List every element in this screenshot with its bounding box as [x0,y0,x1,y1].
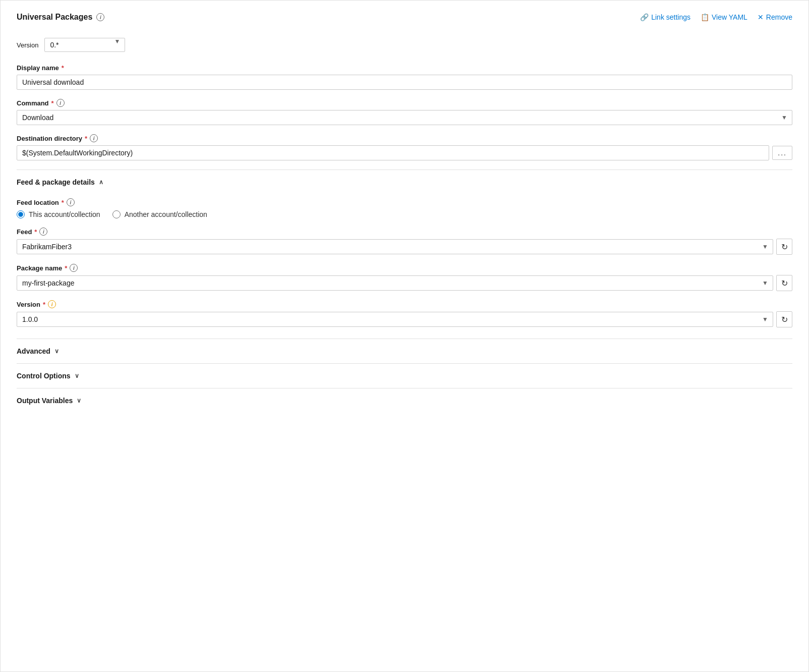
command-info-icon[interactable]: i [56,99,65,107]
command-field-group: Command * i Download Publish ▼ [17,99,792,125]
header-actions: 🔗 Link settings 📋 View YAML ✕ Remove [640,13,792,21]
output-variables-header[interactable]: Output Variables ∨ [17,388,792,413]
display-name-field-group: Display name * [17,64,792,90]
destination-directory-field-group: Destination directory * i ... [17,134,792,160]
version-select-row: 1.0.0 ▼ ↻ [17,311,792,327]
feed-select-row: FabrikamFiber3 ▼ ↻ [17,239,792,255]
yaml-icon: 📋 [701,13,709,21]
feed-refresh-button[interactable]: ↻ [776,239,792,255]
version-top-label: Version [17,41,38,49]
advanced-section: Advanced ∨ [17,339,792,363]
destination-directory-input[interactable] [17,145,769,160]
package-name-select-row: my-first-package ▼ ↻ [17,275,792,291]
package-name-required: * [65,264,67,272]
command-select[interactable]: Download Publish [17,110,792,125]
feed-location-info-icon[interactable]: i [67,198,75,206]
link-settings-button[interactable]: 🔗 Link settings [640,13,690,21]
feed-required: * [34,228,37,236]
feed-package-details-chevron-icon: ∧ [99,179,103,186]
feed-location-another-radio[interactable] [112,210,121,218]
feed-location-this-account[interactable]: This account/collection [17,210,100,218]
universal-packages-panel: Universal Packages i 🔗 Link settings 📋 V… [0,0,809,672]
feed-location-field-group: Feed location * i This account/collectio… [17,198,792,218]
feed-package-details-content: Feed location * i This account/collectio… [17,194,792,339]
title-info-icon[interactable]: i [96,13,104,21]
command-required: * [51,99,54,107]
feed-location-radio-group: This account/collection Another account/… [17,210,792,218]
panel-title-area: Universal Packages i [17,13,104,22]
version-select[interactable]: 0.* 1.* 2.* Latest [44,38,125,52]
destination-required: * [85,135,87,142]
version-field-group: Version 0.* 1.* 2.* Latest ▼ [17,38,792,52]
feed-package-details-section: Feed & package details ∧ Feed location *… [17,170,792,339]
destination-directory-label: Destination directory * i [17,134,792,142]
command-select-wrapper: Download Publish ▼ [17,110,792,125]
feed-select[interactable]: FabrikamFiber3 [17,239,773,254]
display-name-input[interactable] [17,75,792,90]
advanced-chevron-icon: ∨ [54,348,59,355]
version-inner-label: Version * i [17,300,792,308]
version-refresh-button[interactable]: ↻ [776,311,792,327]
version-inner-required: * [43,301,45,308]
output-variables-chevron-icon: ∨ [77,397,81,404]
package-name-field-group: Package name * i my-first-package ▼ ↻ [17,264,792,291]
command-label: Command * i [17,99,792,107]
package-name-select[interactable]: my-first-package [17,275,773,291]
destination-directory-row: ... [17,145,792,160]
version-inner-info-icon[interactable]: i [48,300,56,308]
panel-title: Universal Packages [17,13,92,22]
package-name-info-icon[interactable]: i [70,264,78,272]
version-select-wrapper: 0.* 1.* 2.* Latest ▼ [44,38,125,52]
display-name-label: Display name * [17,64,792,72]
feed-location-another-account[interactable]: Another account/collection [112,210,207,218]
version-inner-select-wrapper: 1.0.0 ▼ [17,312,773,327]
package-name-refresh-button[interactable]: ↻ [776,275,792,291]
package-name-select-wrapper: my-first-package ▼ [17,275,773,291]
feed-location-label: Feed location * i [17,198,792,206]
version-inner-select[interactable]: 1.0.0 [17,312,773,327]
feed-select-wrapper: FabrikamFiber3 ▼ [17,239,773,254]
feed-location-this-radio[interactable] [17,210,25,218]
remove-icon: ✕ [758,13,764,21]
control-options-section: Control Options ∨ [17,363,792,388]
panel-header: Universal Packages i 🔗 Link settings 📋 V… [17,13,792,28]
advanced-header[interactable]: Advanced ∨ [17,339,792,363]
feed-info-icon[interactable]: i [39,228,47,236]
feed-label: Feed * i [17,228,792,236]
feed-package-details-header[interactable]: Feed & package details ∧ [17,170,792,194]
control-options-header[interactable]: Control Options ∨ [17,364,792,388]
version-field-group-inner: Version * i 1.0.0 ▼ ↻ [17,300,792,327]
feed-location-required: * [62,199,64,206]
link-icon: 🔗 [640,13,649,21]
destination-info-icon[interactable]: i [90,134,98,142]
package-name-label: Package name * i [17,264,792,272]
output-variables-section: Output Variables ∨ [17,388,792,413]
remove-button[interactable]: ✕ Remove [758,13,792,21]
feed-field-group: Feed * i FabrikamFiber3 ▼ ↻ [17,228,792,255]
control-options-chevron-icon: ∨ [75,372,79,379]
destination-browse-button[interactable]: ... [772,146,792,160]
view-yaml-button[interactable]: 📋 View YAML [701,13,747,21]
display-name-required: * [62,64,64,72]
